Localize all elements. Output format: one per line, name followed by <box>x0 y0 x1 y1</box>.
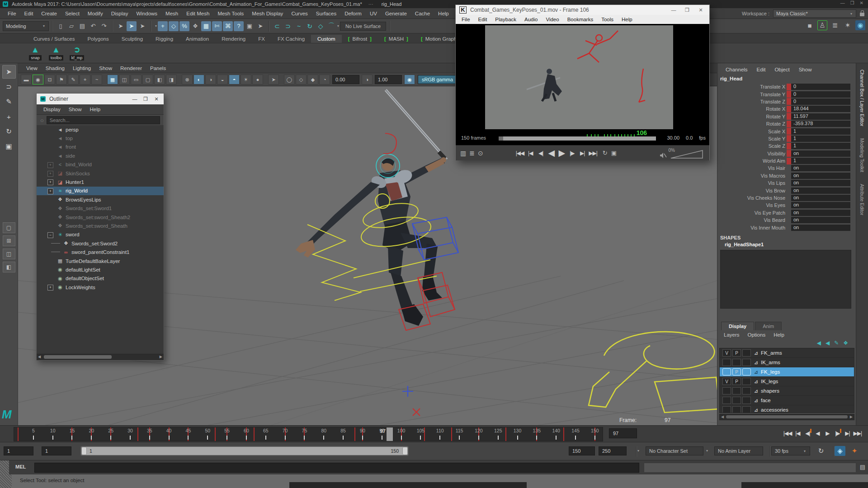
layer-row[interactable]: ⊿ IK_arms <box>720 358 854 367</box>
occlusion-icon[interactable]: ● <box>252 75 263 84</box>
menu-item[interactable]: Edit Mesh <box>182 9 213 18</box>
channel-row[interactable]: Vis Hair on <box>717 164 856 172</box>
panel-menu-item[interactable]: Renderer <box>117 65 146 72</box>
layer-next-icon[interactable]: ◀ <box>826 340 830 346</box>
workspace-selector[interactable]: Maya Classic* ▾ <box>773 9 856 18</box>
outliner-item[interactable]: ◄ side <box>37 151 164 160</box>
copy-frame-icon[interactable]: ▣ <box>611 150 617 156</box>
outliner-item[interactable]: ❖ Swords_set:sword_Sheath2 <box>37 213 164 221</box>
falloff-icon[interactable]: ⌒ <box>326 21 336 31</box>
layer-visibility-toggle[interactable] <box>722 368 731 375</box>
shelf-tab[interactable]: Rigging <box>149 35 179 43</box>
menu-item[interactable]: Help <box>434 9 453 18</box>
player-transport-button[interactable]: |▶ <box>568 148 576 158</box>
channel-value-field[interactable]: on <box>791 165 850 171</box>
animation-start-field[interactable]: 1 <box>4 446 33 455</box>
shelf-item[interactable]: ▲ snap <box>26 44 44 63</box>
modeling-toolkit-icon[interactable]: ■ <box>805 20 815 30</box>
player-transport-button[interactable]: |◀ <box>526 148 534 158</box>
playlist-icon[interactable]: ≣ <box>469 150 475 157</box>
channel-row[interactable]: Vis Cheeks Nose on <box>717 194 856 202</box>
channel-value-field[interactable]: 0 <box>791 99 850 105</box>
expand-toggle-icon[interactable] <box>47 188 53 194</box>
animation-end-field[interactable]: 250 <box>599 446 627 455</box>
channel-row[interactable]: Vis Inner Mouth on <box>717 224 856 231</box>
color-managed-icon[interactable]: ◉ <box>404 75 415 84</box>
player-progress-bar[interactable] <box>499 136 656 141</box>
channel-value-field[interactable]: -359.378 <box>791 121 850 127</box>
menu-item[interactable]: Edit <box>20 9 38 18</box>
minimize-button[interactable]: — <box>840 0 845 5</box>
outliner-item[interactable]: ◉ defaultLightSet <box>37 265 164 274</box>
player-menu-item[interactable]: Edit <box>474 16 491 23</box>
menu-item[interactable]: Mesh Tools <box>213 9 248 18</box>
channel-row[interactable]: Rotate Y 11.597 <box>717 113 856 120</box>
playback-button[interactable]: ◀| <box>803 427 811 439</box>
move-tool-icon[interactable]: + <box>2 110 16 123</box>
chevron-down-icon[interactable]: ▾ <box>155 24 157 28</box>
layer-row[interactable]: ⊿ face <box>720 396 854 405</box>
layer-row[interactable]: ⊿ shapers <box>720 386 854 396</box>
range-end-handle[interactable] <box>402 447 408 455</box>
lighting-icon[interactable]: ☀ <box>241 75 251 84</box>
channel-value-field[interactable]: 18.044 <box>791 106 850 112</box>
title-overflow[interactable]: ··· <box>368 1 373 7</box>
channel-row[interactable]: World Aim 1 <box>717 157 856 164</box>
layout-two-pane-icon[interactable]: ◫ <box>3 249 15 259</box>
layer-editor-tab[interactable]: Display <box>721 322 754 330</box>
make-live-icon[interactable]: ⌘ <box>223 21 233 31</box>
snap-to-plane-icon[interactable]: ❖ <box>190 21 200 31</box>
outliner-item[interactable]: ▦ TurtleDefaultBakeLayer <box>37 257 164 265</box>
snap-together-icon[interactable]: ? <box>234 21 244 31</box>
paint-select-tool-icon[interactable]: ✎ <box>2 95 16 108</box>
player-menu-item[interactable]: Video <box>542 16 563 23</box>
playback-button[interactable]: ▶▶| <box>853 427 862 439</box>
shelf-tab[interactable]: FX <box>252 35 271 43</box>
menu-item[interactable]: Windows <box>132 9 161 18</box>
channel-value-field[interactable]: on <box>791 225 850 231</box>
channel-value-field[interactable]: on <box>791 173 850 179</box>
channel-row[interactable]: Vis Beard on <box>717 216 856 224</box>
layout-outliner-icon[interactable]: ◧ <box>3 262 15 272</box>
playback-button[interactable]: ◀ <box>813 427 821 439</box>
layer-display-toggle[interactable] <box>742 359 751 366</box>
sep[interactable] <box>103 75 106 84</box>
channel-row[interactable]: Translate X 0 <box>717 83 856 90</box>
shelf-item[interactable]: ➲ kf_mp <box>68 44 86 63</box>
attribute-editor-toggle-icon[interactable]: ◉ <box>855 20 865 30</box>
select-component-icon[interactable]: ➤ <box>137 21 147 31</box>
channel-value-field[interactable]: on <box>791 210 850 216</box>
player-transport-button[interactable]: ▶ <box>557 148 566 158</box>
outliner-item[interactable]: ◉ LockWeights <box>37 283 164 291</box>
channel-value-field[interactable]: 0 <box>791 84 850 90</box>
snap-align-icon[interactable]: ✄ <box>212 21 222 31</box>
channel-row[interactable]: Rotate X 18.044 <box>717 105 856 113</box>
close-button[interactable]: ✕ <box>860 0 863 5</box>
open-scene-icon[interactable]: ▱ <box>66 21 76 31</box>
rotate-tool-icon[interactable]: ↻ <box>2 125 16 138</box>
layer-edit-icon[interactable]: ✎ <box>834 340 839 346</box>
player-transport-button[interactable]: ◀| <box>537 148 545 158</box>
expand-toggle-icon[interactable] <box>47 162 53 168</box>
channel-box-menu-item[interactable]: Show <box>795 66 816 73</box>
layer-display-toggle[interactable] <box>742 387 751 394</box>
player-titlebar[interactable]: K Combat_Games_KeyPoses_01.mov - Frame 1… <box>456 5 709 15</box>
close-icon[interactable]: ✕ <box>153 96 160 102</box>
panel-menu-item[interactable]: Lighting <box>69 65 94 72</box>
player-menu-item[interactable]: Audio <box>520 16 542 23</box>
shelf-tab[interactable]: Curves / Surfaces <box>27 35 81 43</box>
workspace-lock-icon[interactable] <box>860 13 864 16</box>
layout-single-icon[interactable]: ▢ <box>3 222 15 233</box>
outliner-item[interactable]: ❖ Swords_set:Sword1 <box>37 204 164 213</box>
minimize-icon[interactable]: — <box>669 7 679 13</box>
maximize-icon[interactable]: ❒ <box>142 96 149 102</box>
channel-box-toggle-icon[interactable]: ≣ <box>830 20 840 30</box>
channel-value-field[interactable]: 1 <box>791 136 850 142</box>
shape-node-name[interactable]: rig_HeadShape1 <box>717 241 856 249</box>
shaded-icon[interactable]: ◐ <box>193 75 204 84</box>
channel-box-object-name[interactable]: rig_Head <box>717 74 856 82</box>
channel-row[interactable]: Translate Y 0 <box>717 90 856 98</box>
playback-button[interactable]: ▶ <box>823 427 831 439</box>
script-editor-icon[interactable]: ▤ <box>860 464 865 470</box>
channel-value-field[interactable]: 1 <box>791 128 850 135</box>
